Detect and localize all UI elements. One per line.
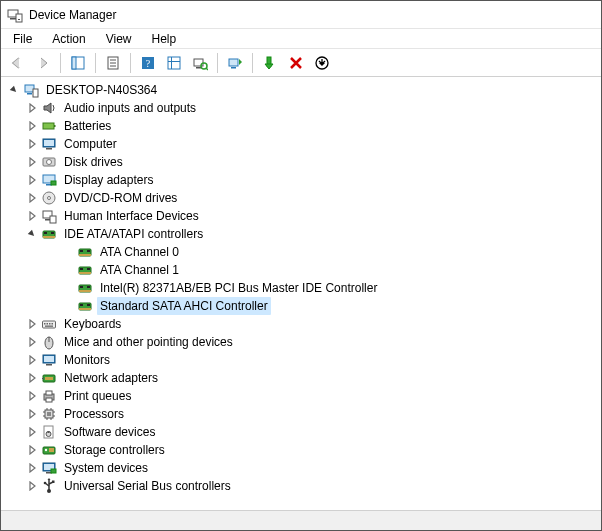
enable-device-button[interactable]	[258, 51, 282, 75]
menu-file[interactable]: File	[3, 30, 42, 48]
expander-icon[interactable]	[25, 335, 39, 349]
tree-category-audio[interactable]: Audio inputs and outputs	[3, 99, 599, 117]
tree-root-computer[interactable]: DESKTOP-N40S364	[3, 81, 599, 99]
tree-device-sata[interactable]: Standard SATA AHCI Controller	[3, 297, 599, 315]
help-button[interactable]: ?	[136, 51, 160, 75]
svg-rect-43	[51, 232, 54, 234]
tree-item-label: Batteries	[61, 117, 114, 135]
svg-rect-70	[44, 356, 54, 362]
tree-category-network[interactable]: Network adapters	[3, 369, 599, 387]
svg-rect-42	[44, 232, 47, 234]
tree-item-label: Software devices	[61, 423, 158, 441]
tree-item-label: Monitors	[61, 351, 113, 369]
monitor-blue-icon	[41, 352, 57, 368]
tree-category-batteries[interactable]: Batteries	[3, 117, 599, 135]
tree-category-monitors[interactable]: Monitors	[3, 351, 599, 369]
svg-rect-40	[50, 216, 56, 223]
tree-item-label: Network adapters	[61, 369, 161, 387]
expander-icon[interactable]	[25, 191, 39, 205]
expander-icon[interactable]	[25, 137, 39, 151]
svg-rect-3	[18, 19, 20, 20]
display-adapter-icon	[41, 172, 57, 188]
expander-icon[interactable]	[25, 461, 39, 475]
tree-category-usb[interactable]: Universal Serial Bus controllers	[3, 477, 599, 495]
tree-device-intel[interactable]: Intel(R) 82371AB/EB PCI Bus Master IDE C…	[3, 279, 599, 297]
properties-button[interactable]	[101, 51, 125, 75]
tree-device-ata0[interactable]: ATA Channel 0	[3, 243, 599, 261]
tree-category-print[interactable]: Print queues	[3, 387, 599, 405]
tree-category-display[interactable]: Display adapters	[3, 171, 599, 189]
tree-item-label: ATA Channel 1	[97, 261, 182, 279]
expander-icon[interactable]	[25, 209, 39, 223]
tree-item-label: ATA Channel 0	[97, 243, 182, 261]
menu-view[interactable]: View	[96, 30, 142, 48]
svg-rect-39	[45, 219, 50, 221]
cpu-icon	[41, 406, 57, 422]
back-button[interactable]	[5, 51, 29, 75]
expander-icon[interactable]	[25, 443, 39, 457]
device-tree[interactable]: DESKTOP-N40S364Audio inputs and outputsB…	[1, 77, 601, 510]
svg-rect-5	[72, 57, 76, 69]
tree-category-computer[interactable]: Computer	[3, 135, 599, 153]
tree-category-hid[interactable]: Human Interface Devices	[3, 207, 599, 225]
expander-icon[interactable]	[25, 389, 39, 403]
tree-item-label: IDE ATA/ATAPI controllers	[61, 225, 206, 243]
disable-device-button[interactable]	[310, 51, 334, 75]
status-bar	[1, 510, 601, 530]
tree-item-label: DESKTOP-N40S364	[43, 81, 160, 99]
tree-category-software[interactable]: Software devices	[3, 423, 599, 441]
expander-icon[interactable]	[25, 101, 39, 115]
svg-rect-27	[54, 125, 56, 127]
expander-icon[interactable]	[25, 227, 39, 241]
expander-icon[interactable]	[25, 353, 39, 367]
update-driver-button[interactable]	[223, 51, 247, 75]
tree-category-storage[interactable]: Storage controllers	[3, 441, 599, 459]
expander-icon[interactable]	[25, 119, 39, 133]
expander-icon[interactable]	[25, 425, 39, 439]
expander-icon[interactable]	[7, 83, 21, 97]
keyboard-icon	[41, 316, 57, 332]
tree-item-label: Universal Serial Bus controllers	[61, 477, 234, 495]
tree-category-mice[interactable]: Mice and other pointing devices	[3, 333, 599, 351]
tree-item-label: System devices	[61, 459, 151, 477]
expander-icon[interactable]	[25, 371, 39, 385]
scan-hardware-button[interactable]	[188, 51, 212, 75]
tree-item-label: DVD/CD-ROM drives	[61, 189, 180, 207]
svg-rect-14	[168, 61, 180, 62]
menu-help[interactable]: Help	[142, 30, 187, 48]
svg-rect-50	[80, 268, 83, 270]
controller-icon	[77, 280, 93, 296]
expander-icon[interactable]	[25, 155, 39, 169]
svg-rect-74	[42, 378, 44, 379]
svg-rect-76	[46, 391, 52, 395]
svg-rect-46	[80, 250, 83, 252]
tree-item-label: Display adapters	[61, 171, 156, 189]
tree-category-disk[interactable]: Disk drives	[3, 153, 599, 171]
uninstall-device-button[interactable]	[284, 51, 308, 75]
tree-category-system[interactable]: System devices	[3, 459, 599, 477]
tree-item-label: Mice and other pointing devices	[61, 333, 236, 351]
tree-category-ide[interactable]: IDE ATA/ATAPI controllers	[3, 225, 599, 243]
svg-rect-97	[51, 469, 56, 473]
tree-item-label: Standard SATA AHCI Controller	[97, 297, 271, 315]
expander-icon[interactable]	[25, 479, 39, 493]
tree-category-dvd[interactable]: DVD/CD-ROM drives	[3, 189, 599, 207]
svg-point-32	[47, 160, 52, 165]
forward-button[interactable]	[31, 51, 55, 75]
show-hide-tree-button[interactable]	[66, 51, 90, 75]
expander-icon[interactable]	[25, 173, 39, 187]
svg-rect-1	[10, 18, 16, 20]
tree-category-processors[interactable]: Processors	[3, 405, 599, 423]
expander-icon[interactable]	[25, 317, 39, 331]
tree-category-keyboards[interactable]: Keyboards	[3, 315, 599, 333]
tree-device-ata1[interactable]: ATA Channel 1	[3, 261, 599, 279]
window-title: Device Manager	[29, 8, 116, 22]
menu-action[interactable]: Action	[42, 30, 95, 48]
mouse-icon	[41, 334, 57, 350]
action-button[interactable]	[162, 51, 186, 75]
expander-icon[interactable]	[25, 407, 39, 421]
svg-rect-71	[46, 364, 52, 366]
tree-item-label: Human Interface Devices	[61, 207, 202, 225]
svg-rect-66	[45, 326, 53, 327]
device-manager-icon	[7, 7, 23, 23]
